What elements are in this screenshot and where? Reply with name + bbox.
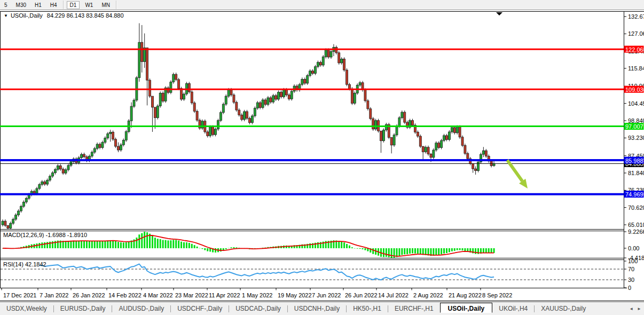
- timeframe-button-MN[interactable]: MN: [98, 1, 113, 9]
- candle-body: [62, 169, 64, 173]
- macd-bar: [215, 248, 216, 253]
- candle-body: [312, 71, 314, 74]
- macd-bar: [115, 241, 116, 248]
- chart-tab-eurusd-daily[interactable]: EURUSD-,Daily: [54, 303, 112, 314]
- chart-tabs-bar: USDX,WeeklyEURUSD-,DailyAUDUSD-,DailyUSD…: [0, 302, 644, 315]
- candle-body: [404, 112, 406, 122]
- timeframe-button-W1[interactable]: W1: [82, 1, 96, 9]
- candle-body: [59, 166, 61, 169]
- price-tag-122.066[interactable]: 122.066: [624, 46, 644, 53]
- chart-tab-usdchf-daily[interactable]: USDCHF-,Daily: [171, 303, 229, 314]
- candle-body: [246, 112, 248, 119]
- macd-bar: [446, 248, 447, 253]
- macd-bar: [225, 248, 227, 249]
- candle-body: [375, 121, 377, 129]
- macd-bar: [233, 247, 234, 248]
- candle-body: [485, 151, 487, 156]
- candle-body: [262, 100, 264, 107]
- macd-bar: [194, 245, 195, 248]
- chart-tab-audusd-daily[interactable]: AUDUSD-,Daily: [112, 303, 170, 314]
- candle-body: [44, 182, 46, 184]
- date-label: 23 Mar 2022: [175, 292, 208, 298]
- timeframe-button-5[interactable]: 5: [1, 1, 11, 9]
- candle-body: [264, 100, 266, 105]
- timeframe-button-D1[interactable]: D1: [67, 1, 80, 9]
- candle-body: [117, 146, 119, 150]
- chart-tab-usdx-weekly[interactable]: USDX,Weekly: [0, 303, 53, 314]
- macd-bar: [189, 243, 190, 248]
- chart-tab-eurchf-h1[interactable]: EURCHF-,H1: [388, 303, 440, 314]
- macd-bar: [351, 247, 353, 248]
- macd-bar: [412, 248, 413, 254]
- timeframe-button-H1[interactable]: H1: [32, 1, 45, 9]
- candle-body: [448, 132, 450, 139]
- price-tag-109.036[interactable]: 109.036: [624, 86, 644, 93]
- tab-scroll-left-icon[interactable]: ◄: [629, 306, 633, 311]
- chart-area[interactable]: 132.670127.060121.450115.840110.060104.4…: [0, 10, 644, 302]
- candle-body: [438, 143, 440, 148]
- macd-bar: [165, 240, 167, 248]
- candle-body: [25, 199, 27, 202]
- price-tag-74.969[interactable]: 74.969: [624, 191, 644, 198]
- candle-body: [233, 95, 235, 103]
- macd-bar: [204, 248, 206, 250]
- macd-bar: [112, 240, 114, 248]
- macd-bar: [359, 248, 361, 249]
- timeframe-button-H4[interactable]: H4: [47, 1, 60, 9]
- price-tag-122.066-text: 122.066: [625, 46, 644, 53]
- macd-bar: [46, 242, 48, 248]
- candle-body: [370, 109, 372, 119]
- macd-bar: [357, 248, 358, 249]
- macd-bar: [141, 233, 143, 248]
- candle-body: [222, 104, 224, 113]
- macd-bar: [107, 240, 108, 248]
- macd-bar: [91, 241, 93, 248]
- macd-bar: [144, 232, 145, 248]
- chart-ohlc-values: 84.229 86.143 83.845 84.880: [47, 12, 124, 19]
- candle-body: [272, 96, 274, 102]
- macd-bar: [197, 247, 198, 248]
- tab-scroll-right-icon[interactable]: ►: [637, 306, 641, 311]
- macd-bar: [125, 242, 127, 248]
- macd-bar: [97, 241, 98, 248]
- chart-tab-hk50-h1[interactable]: HK50-,H1: [347, 303, 388, 314]
- price-tag-74.969-text: 74.969: [625, 191, 643, 198]
- candle-body: [343, 59, 345, 70]
- candle-body: [396, 126, 398, 135]
- candle-body: [372, 119, 374, 129]
- candle-body: [51, 173, 53, 176]
- macd-bar: [104, 241, 106, 248]
- symbol-dropdown-icon[interactable]: ▼: [4, 13, 8, 18]
- candle-body: [196, 111, 198, 120]
- chart-tab-xauusd-daily[interactable]: XAUUSD-,Daily: [535, 303, 592, 314]
- candle-body: [101, 143, 104, 148]
- candle-body: [367, 101, 369, 109]
- candle-body: [270, 98, 272, 102]
- price-tag-85.988[interactable]: 85.988: [624, 157, 644, 164]
- date-label: 4 Mar 2022: [143, 292, 173, 298]
- macd-bar: [160, 239, 161, 248]
- candle-body: [146, 48, 148, 81]
- candle-body: [288, 95, 290, 99]
- macd-bar: [391, 248, 392, 258]
- mt4-window: 5M30H1H4D1W1MN 132.670127.060121.450115.…: [0, 0, 644, 315]
- macd-bar: [388, 248, 390, 257]
- timeframe-button-M30[interactable]: M30: [13, 1, 29, 9]
- candle-body: [248, 119, 250, 123]
- trend-arrow[interactable]: [507, 160, 528, 188]
- chart-tab-usdcad-daily[interactable]: USDCAD-,Daily: [229, 303, 287, 314]
- chart-tab-usoil-daily[interactable]: USOil-,Daily: [440, 303, 493, 313]
- macd-bar: [220, 248, 222, 251]
- price-tag-97.007[interactable]: 97.007: [624, 123, 644, 130]
- y-tick-label: 65.010: [628, 222, 644, 228]
- chart-tab-ukoil-h4[interactable]: UKOil-,H4: [492, 303, 534, 314]
- macd-bar: [343, 242, 345, 248]
- date-label: 7 Jan 2022: [40, 292, 68, 298]
- candle-body: [41, 182, 43, 184]
- y-tick-label: 115.840: [628, 65, 644, 72]
- candle-body: [178, 80, 180, 89]
- date-label: 26 Jan 2022: [73, 292, 105, 298]
- chart-tab-usdcnh-daily[interactable]: USDCNH-,Daily: [288, 303, 346, 314]
- candle-body: [241, 115, 243, 120]
- price-chart-svg: 132.670127.060121.450115.840110.060104.4…: [0, 10, 644, 302]
